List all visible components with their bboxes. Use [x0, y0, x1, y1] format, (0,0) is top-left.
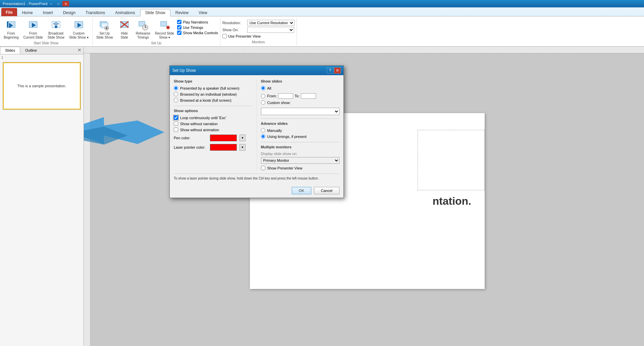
to-input[interactable] [301, 93, 316, 99]
loop-checkbox[interactable]: Loop continuously until 'Esc' [174, 115, 253, 120]
dialog-close-btn[interactable]: ✕ [334, 67, 341, 73]
custom-slide-show-label: CustomSlide Show ▾ [69, 32, 89, 40]
slide-thumb-content-1: This is a sample presentation. [3, 62, 80, 109]
minimize-btn[interactable]: ─ [48, 1, 54, 6]
rehearse-timings-button[interactable]: RehearseTimings [134, 18, 152, 41]
use-timings-label: Use Timings [183, 26, 203, 30]
broadcast-slide-show-button[interactable]: BroadcastSlide Show [46, 18, 66, 41]
tab-animations[interactable]: Animations [110, 9, 140, 16]
from-label: From: [267, 94, 277, 98]
cancel-button[interactable]: Cancel [314, 187, 339, 194]
title-bar-controls: ─ □ ✕ [48, 1, 69, 6]
ruler-horizontal: · · · · · · · · · · · · · · · · · · · · … [84, 47, 644, 53]
no-narration-checkbox[interactable]: Show without narration [174, 121, 253, 126]
pen-color-swatch[interactable] [210, 135, 237, 141]
kiosk-radio[interactable]: Browsed at a kiosk (full screen) [174, 98, 253, 102]
from-slides-radio[interactable]: From: [261, 94, 277, 98]
tab-file[interactable]: File [1, 8, 17, 16]
custom-show-label: Custom show: [267, 101, 291, 105]
custom-show-select[interactable] [261, 108, 340, 115]
tab-outline[interactable]: Outline [20, 47, 42, 54]
monitor-select[interactable]: Primary Monitor [261, 157, 340, 164]
laser-pointer-dropdown-btn[interactable]: ▼ [239, 144, 246, 151]
tab-insert[interactable]: Insert [38, 9, 58, 16]
advance-slides-radio-group: Manually Using timings, if present [261, 128, 340, 139]
dialog-hint: To show a laser pointer during slide sho… [174, 174, 339, 180]
dialog-main-row: Show type Presented by a speaker (full s… [174, 79, 339, 170]
show-on-select[interactable] [247, 27, 294, 33]
slides-panel-close-btn[interactable]: ✕ [75, 47, 84, 54]
use-timings-checkbox[interactable]: Use Timings [177, 25, 218, 30]
tab-transitions[interactable]: Transitions [80, 9, 110, 16]
from-current-slide-label: FromCurrent Slide [23, 32, 43, 40]
ok-button[interactable]: OK [292, 187, 311, 194]
dialog-titlebar: Set Up Show ? ✕ [170, 66, 343, 75]
setup-show-dialog: Set Up Show ? ✕ Show type Presented by a… [169, 65, 344, 198]
canvas-area: · · · · · · · · · · · · · · · · · · · · … [84, 47, 644, 346]
show-type-radio-group: Presented by a speaker (full screen) Bro… [174, 86, 253, 102]
using-timings-radio[interactable]: Using timings, if present [261, 134, 340, 139]
monitor-select-row: Primary Monitor [261, 157, 340, 164]
from-current-slide-button[interactable]: FromCurrent Slide [21, 18, 44, 41]
show-presenter-view-checkbox[interactable]: Show Presenter View [261, 166, 340, 170]
tab-review[interactable]: Review [170, 9, 194, 16]
laser-pointer-color-row: Laser pointer color: ▼ [174, 144, 253, 151]
arrow-container [84, 114, 164, 148]
use-presenter-view-label: Use Presenter View [228, 34, 261, 38]
record-slide-show-button[interactable]: Record SlideShow ▾ [153, 18, 176, 41]
presenter-view-row: Use Presenter View [222, 34, 294, 38]
show-media-controls-checkbox[interactable]: Show Media Controls [177, 31, 218, 35]
show-type-divider [174, 106, 253, 106]
slide-number-1: 1 [1, 56, 82, 59]
using-timings-label: Using timings, if present [267, 135, 307, 139]
play-narrations-label: Play Narrations [183, 20, 208, 24]
set-up-slide-show-button[interactable]: Set UpSlide Show [95, 18, 115, 41]
tab-design[interactable]: Design [58, 9, 80, 16]
advance-divider [261, 118, 340, 119]
svg-rect-22 [161, 21, 167, 26]
record-slide-show-label: Record SlideShow ▾ [155, 32, 174, 40]
resolution-select[interactable]: Use Current Resolution [247, 20, 294, 26]
resolution-row: Resolution: Use Current Resolution [222, 20, 294, 26]
pen-color-dropdown-btn[interactable]: ▼ [239, 135, 246, 141]
from-input[interactable] [278, 93, 293, 99]
custom-show-radio[interactable]: Custom show: [261, 100, 340, 105]
use-presenter-view-checkbox[interactable] [222, 34, 227, 38]
ribbon-group-monitors: Resolution: Use Current Resolution Show … [220, 18, 297, 46]
from-beginning-button[interactable]: FromBeginning [2, 18, 20, 41]
tab-view[interactable]: View [194, 9, 212, 16]
no-animation-checkbox[interactable]: Show without animation [174, 128, 253, 132]
laser-pointer-color-swatch[interactable] [210, 144, 237, 151]
play-narrations-checkbox[interactable]: Play Narrations [177, 20, 218, 24]
custom-slide-show-button[interactable]: CustomSlide Show ▾ [67, 18, 90, 41]
hide-slide-icon [118, 19, 130, 32]
dialog-body: Show type Presented by a speaker (full s… [170, 75, 343, 184]
slide-thumbnail-1[interactable]: This is a sample presentation. [3, 62, 81, 110]
presenter-radio[interactable]: Presented by a speaker (full screen) [174, 86, 253, 90]
dialog-right-col: Show slides All From: To: [257, 79, 340, 170]
loop-label: Loop continuously until 'Esc' [180, 116, 226, 120]
start-slide-show-items: FromBeginning FromCurrent Slide Broadcas… [2, 18, 90, 41]
rehearse-timings-label: RehearseTimings [136, 32, 150, 40]
monitors-divider [261, 142, 340, 142]
monitors-group-label: Monitors [252, 40, 265, 44]
dialog-help-btn[interactable]: ? [327, 67, 333, 73]
all-slides-radio[interactable]: All [261, 86, 340, 90]
ribbon-group-start-slide-show: FromBeginning FromCurrent Slide Broadcas… [0, 18, 93, 46]
slides-panel-tabs: Slides Outline ✕ [0, 47, 84, 54]
from-current-slide-icon [27, 19, 39, 32]
record-slide-show-icon [159, 19, 171, 32]
close-app-btn[interactable]: ✕ [62, 1, 69, 6]
svg-point-5 [55, 26, 57, 28]
kiosk-label: Browsed at a kiosk (full screen) [180, 98, 231, 102]
individual-radio[interactable]: Browsed by an individual (window) [174, 92, 253, 96]
manually-label: Manually [267, 129, 282, 133]
tab-slides[interactable]: Slides [0, 47, 20, 54]
app-title: Presentation1 - PowerPoint [3, 2, 48, 6]
tab-home[interactable]: Home [17, 9, 38, 16]
hide-slide-label: HideSlide [121, 32, 128, 40]
maximize-btn[interactable]: □ [55, 1, 62, 6]
manually-radio[interactable]: Manually [261, 128, 340, 133]
hide-slide-button[interactable]: HideSlide [116, 18, 133, 41]
tab-slideshow[interactable]: Slide Show [140, 9, 170, 16]
